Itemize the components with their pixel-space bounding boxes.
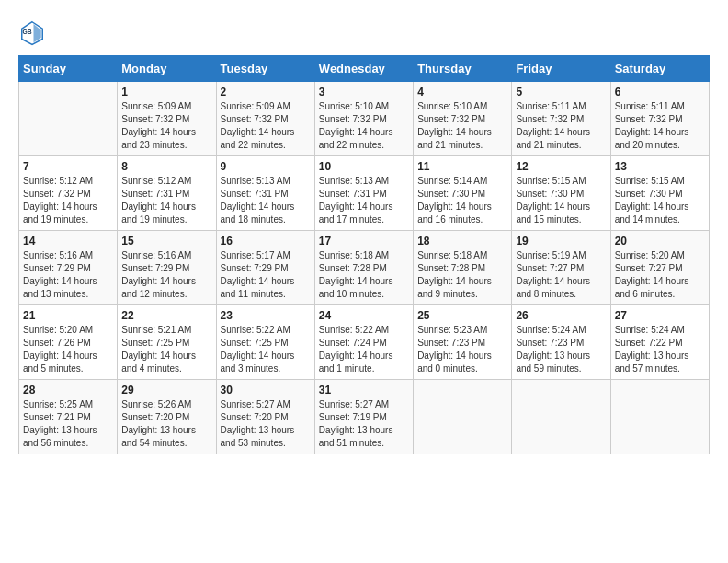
day-number: 22 (121, 309, 211, 322)
day-number: 7 (23, 160, 113, 173)
day-info: Sunrise: 5:09 AMSunset: 7:32 PMDaylight:… (121, 100, 211, 152)
calendar-cell: 8Sunrise: 5:12 AMSunset: 7:31 PMDaylight… (118, 156, 216, 231)
day-number: 9 (221, 160, 311, 173)
day-info: Sunrise: 5:27 AMSunset: 7:20 PMDaylight:… (221, 398, 311, 450)
calendar-cell: 30Sunrise: 5:27 AMSunset: 7:20 PMDayligh… (216, 380, 314, 454)
day-info: Sunrise: 5:26 AMSunset: 7:20 PMDaylight:… (121, 398, 211, 450)
day-number: 24 (319, 309, 409, 322)
day-info: Sunrise: 5:17 AMSunset: 7:29 PMDaylight:… (221, 249, 311, 301)
calendar-cell: 7Sunrise: 5:12 AMSunset: 7:32 PMDaylight… (19, 156, 118, 231)
calendar-cell: 22Sunrise: 5:21 AMSunset: 7:25 PMDayligh… (118, 305, 216, 380)
calendar-week-row: 14Sunrise: 5:16 AMSunset: 7:29 PMDayligh… (19, 231, 710, 305)
calendar-cell (414, 380, 512, 454)
day-info: Sunrise: 5:11 AMSunset: 7:32 PMDaylight:… (615, 100, 705, 152)
day-info: Sunrise: 5:23 AMSunset: 7:23 PMDaylight:… (417, 324, 507, 375)
calendar-cell: 9Sunrise: 5:13 AMSunset: 7:31 PMDaylight… (216, 156, 314, 231)
day-info: Sunrise: 5:24 AMSunset: 7:23 PMDaylight:… (516, 324, 606, 375)
calendar-cell: 13Sunrise: 5:15 AMSunset: 7:30 PMDayligh… (610, 156, 709, 231)
calendar-cell: 24Sunrise: 5:22 AMSunset: 7:24 PMDayligh… (314, 305, 413, 380)
calendar-cell: 11Sunrise: 5:14 AMSunset: 7:30 PMDayligh… (414, 156, 512, 231)
calendar-cell: 18Sunrise: 5:18 AMSunset: 7:28 PMDayligh… (414, 231, 512, 305)
calendar-cell: 25Sunrise: 5:23 AMSunset: 7:23 PMDayligh… (414, 305, 512, 380)
calendar-cell: 17Sunrise: 5:18 AMSunset: 7:28 PMDayligh… (314, 231, 413, 305)
day-number: 28 (23, 384, 113, 396)
calendar-week-row: 21Sunrise: 5:20 AMSunset: 7:26 PMDayligh… (19, 305, 710, 380)
day-number: 2 (221, 86, 311, 98)
calendar-header: SundayMondayTuesdayWednesdayThursdayFrid… (19, 56, 710, 82)
calendar-cell: 14Sunrise: 5:16 AMSunset: 7:29 PMDayligh… (19, 231, 118, 305)
day-number: 30 (221, 384, 311, 396)
day-info: Sunrise: 5:11 AMSunset: 7:32 PMDaylight:… (516, 100, 606, 152)
calendar-week-row: 7Sunrise: 5:12 AMSunset: 7:32 PMDaylight… (19, 156, 710, 231)
calendar-cell (610, 380, 709, 454)
day-info: Sunrise: 5:15 AMSunset: 7:30 PMDaylight:… (516, 175, 606, 226)
day-info: Sunrise: 5:20 AMSunset: 7:27 PMDaylight:… (615, 249, 705, 301)
day-info: Sunrise: 5:18 AMSunset: 7:28 PMDaylight:… (417, 249, 507, 301)
day-of-week-header: Sunday (19, 56, 118, 82)
calendar-cell: 12Sunrise: 5:15 AMSunset: 7:30 PMDayligh… (512, 156, 610, 231)
day-info: Sunrise: 5:25 AMSunset: 7:21 PMDaylight:… (23, 398, 113, 450)
calendar-week-row: 1Sunrise: 5:09 AMSunset: 7:32 PMDaylight… (19, 82, 710, 156)
day-number: 16 (221, 235, 311, 247)
calendar-cell: 16Sunrise: 5:17 AMSunset: 7:29 PMDayligh… (216, 231, 314, 305)
day-info: Sunrise: 5:16 AMSunset: 7:29 PMDaylight:… (23, 249, 113, 301)
logo: GB (18, 18, 50, 46)
day-number: 13 (615, 160, 705, 173)
calendar-cell: 23Sunrise: 5:22 AMSunset: 7:25 PMDayligh… (216, 305, 314, 380)
day-number: 27 (615, 309, 705, 322)
calendar-cell (19, 82, 118, 156)
day-number: 10 (319, 160, 409, 173)
day-info: Sunrise: 5:12 AMSunset: 7:31 PMDaylight:… (121, 175, 211, 226)
calendar-cell: 31Sunrise: 5:27 AMSunset: 7:19 PMDayligh… (314, 380, 413, 454)
day-info: Sunrise: 5:20 AMSunset: 7:26 PMDaylight:… (23, 324, 113, 375)
day-number: 11 (417, 160, 507, 173)
day-number: 25 (417, 309, 507, 322)
page-header: GB (18, 18, 710, 46)
calendar-cell (512, 380, 610, 454)
day-number: 6 (615, 86, 705, 98)
day-number: 4 (417, 86, 507, 98)
calendar-cell: 4Sunrise: 5:10 AMSunset: 7:32 PMDaylight… (414, 82, 512, 156)
day-number: 29 (121, 384, 211, 396)
calendar-cell: 27Sunrise: 5:24 AMSunset: 7:22 PMDayligh… (610, 305, 709, 380)
calendar-body: 1Sunrise: 5:09 AMSunset: 7:32 PMDaylight… (19, 82, 710, 454)
day-info: Sunrise: 5:10 AMSunset: 7:32 PMDaylight:… (319, 100, 409, 152)
day-of-week-header: Saturday (610, 56, 709, 82)
calendar-cell: 19Sunrise: 5:19 AMSunset: 7:27 PMDayligh… (512, 231, 610, 305)
calendar-cell: 1Sunrise: 5:09 AMSunset: 7:32 PMDaylight… (118, 82, 216, 156)
calendar-cell: 3Sunrise: 5:10 AMSunset: 7:32 PMDaylight… (314, 82, 413, 156)
day-number: 1 (121, 86, 211, 98)
calendar-cell: 15Sunrise: 5:16 AMSunset: 7:29 PMDayligh… (118, 231, 216, 305)
day-of-week-header: Wednesday (314, 56, 413, 82)
day-info: Sunrise: 5:27 AMSunset: 7:19 PMDaylight:… (319, 398, 409, 450)
day-info: Sunrise: 5:12 AMSunset: 7:32 PMDaylight:… (23, 175, 113, 226)
day-info: Sunrise: 5:13 AMSunset: 7:31 PMDaylight:… (319, 175, 409, 226)
day-info: Sunrise: 5:22 AMSunset: 7:24 PMDaylight:… (319, 324, 409, 375)
day-info: Sunrise: 5:18 AMSunset: 7:28 PMDaylight:… (319, 249, 409, 301)
days-of-week-row: SundayMondayTuesdayWednesdayThursdayFrid… (19, 56, 710, 82)
day-info: Sunrise: 5:14 AMSunset: 7:30 PMDaylight:… (417, 175, 507, 226)
day-number: 5 (516, 86, 606, 98)
day-number: 8 (121, 160, 211, 173)
day-number: 21 (23, 309, 113, 322)
day-number: 26 (516, 309, 606, 322)
calendar-cell: 26Sunrise: 5:24 AMSunset: 7:23 PMDayligh… (512, 305, 610, 380)
day-number: 23 (221, 309, 311, 322)
day-number: 17 (319, 235, 409, 247)
day-number: 19 (516, 235, 606, 247)
day-number: 20 (615, 235, 705, 247)
day-number: 18 (417, 235, 507, 247)
calendar-cell: 21Sunrise: 5:20 AMSunset: 7:26 PMDayligh… (19, 305, 118, 380)
day-info: Sunrise: 5:19 AMSunset: 7:27 PMDaylight:… (516, 249, 606, 301)
day-of-week-header: Tuesday (216, 56, 314, 82)
logo-icon: GB (18, 18, 46, 46)
day-info: Sunrise: 5:09 AMSunset: 7:32 PMDaylight:… (221, 100, 311, 152)
calendar-cell: 6Sunrise: 5:11 AMSunset: 7:32 PMDaylight… (610, 82, 709, 156)
day-number: 31 (319, 384, 409, 396)
day-info: Sunrise: 5:10 AMSunset: 7:32 PMDaylight:… (417, 100, 507, 152)
day-number: 15 (121, 235, 211, 247)
calendar-table: SundayMondayTuesdayWednesdayThursdayFrid… (18, 55, 710, 454)
day-number: 12 (516, 160, 606, 173)
day-info: Sunrise: 5:15 AMSunset: 7:30 PMDaylight:… (615, 175, 705, 226)
day-of-week-header: Monday (118, 56, 216, 82)
